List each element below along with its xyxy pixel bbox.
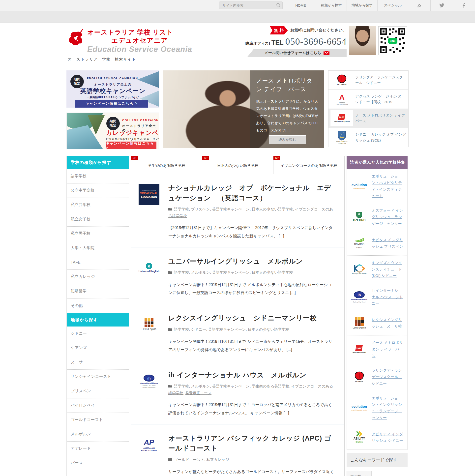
featured-school-link[interactable]: レクシスイングリッシュ ヌーサ校	[372, 317, 405, 330]
featured-school-item[interactable]: ihInternational HouseSydney City, Bondii…	[347, 283, 407, 311]
article-title-link[interactable]: レクシスイングリッシュ シドニーマンリー校	[168, 313, 335, 323]
sidebar-item[interactable]: パース	[67, 456, 129, 470]
sidebar-item[interactable]: 語学学校	[67, 169, 129, 183]
top-nav-item-3[interactable]: スペシャル	[377, 0, 408, 11]
slider-nav-list: LA LINGUAラリングア・ランゲージスクール シドニーAACCESSLANG…	[328, 70, 409, 147]
featured-school-link[interactable]: エボリューション・ホスピタリティ・インスティテュート	[372, 173, 405, 199]
sidebar-item[interactable]: メルボルン	[67, 427, 129, 442]
featured-school-item[interactable]: evolutionenglish language centreエボリューション…	[347, 391, 407, 425]
tab-0[interactable]: SP学生寮のある語学学校	[131, 156, 202, 174]
article-title-link[interactable]: オーストラリアン パシフィック カレッジ (APC) ゴールドコースト	[168, 433, 335, 453]
svg-text:TAFE: TAFE	[339, 116, 345, 119]
featured-school-link[interactable]: ナビタス イングリッシュ ブリスベン	[372, 237, 405, 250]
tab-label: 学生寮のある語学学校	[148, 163, 185, 168]
sidebar-item[interactable]: 私立共学校	[67, 198, 129, 212]
sidebar-item[interactable]: 大学・大学院	[67, 241, 129, 255]
slider-nav-item-3[interactable]: SYDNEY COLLEGEOF ENGLISHシドニー カレッジ オブ イング…	[328, 128, 408, 147]
sidebar-item[interactable]: 短期留学	[67, 284, 129, 298]
campaign-info-button[interactable]: キャンペーン情報はこちら >	[75, 100, 148, 108]
category-link[interactable]: 学生寮のある英語学校	[252, 384, 289, 388]
top-nav-item-1[interactable]: 種類から探す	[316, 0, 347, 11]
featured-school-link[interactable]: キングズオウンインスティチュート (KOI) シドニー	[372, 260, 405, 279]
category-link[interactable]: 日本人の少ない語学学校	[248, 327, 289, 331]
category-link[interactable]: 私立カレッジ	[206, 457, 229, 462]
featured-school-link[interactable]: エボリューション・イングリッシュ・ランゲージ・センター	[372, 395, 405, 421]
featured-school-item[interactable]: OZFORDオズフォード イングリッシュ ランゲージ センター	[347, 203, 407, 231]
article-title-link[interactable]: ih インターナショナル ハウス メルボルン	[168, 370, 335, 380]
category-link[interactable]: ゴールドコースト	[174, 457, 204, 462]
category-link[interactable]: 英語学校キャンペーン	[212, 384, 250, 388]
featured-school-link[interactable]: アビリティ イングリッシュ シドニー	[372, 431, 405, 444]
college-campaign-banner[interactable]: 期間限定 COLLEGE CAMPAIGN オーストラリア全土の カレッジキャン…	[66, 113, 159, 149]
featured-school-item[interactable]: Lexis Englishレクシスイングリッシュ ヌーサ校	[347, 311, 407, 335]
logo-text-line: LA LINGUA	[337, 84, 347, 86]
tab-1[interactable]: SP日本人の少ない語学学校	[202, 156, 273, 174]
featured-school-item[interactable]: navitasEnglishナビタス イングリッシュ ブリスベン	[347, 231, 407, 256]
category-link[interactable]: 語学学校	[174, 207, 189, 211]
sidebar-item[interactable]: キャンベラ	[67, 470, 129, 476]
category-link[interactable]: ブリスベン	[191, 207, 210, 211]
slider-nav-item-2[interactable]: TAFENorth Metropolitanノース メトロポリタン テイフ パー…	[328, 109, 408, 128]
sidebar-item[interactable]: ブリスベン	[67, 384, 129, 398]
top-nav-item-2[interactable]: 地域から探す	[347, 0, 377, 11]
english-school-campaign-banner[interactable]: 期間限定 ENGLISH SCHOOL CAMPAIGN オーストラリア全土の …	[66, 70, 159, 108]
category-link[interactable]: メルボルン	[191, 270, 210, 274]
category-link[interactable]: 語学学校	[174, 327, 189, 331]
sidebar-item[interactable]: ケアンズ	[67, 341, 129, 355]
slider-nav-item-1[interactable]: AACCESSLANGUAGE CENTREアクセス ランゲージ センター シド…	[328, 90, 408, 109]
lexis-english-logo: Lexis English	[139, 314, 159, 335]
featured-school-link[interactable]: ラリングア・ランゲージスクール シドニー	[372, 367, 405, 387]
featured-school-item[interactable]: TAFENorth Metropolitanノース メトロポリタン テイフ パー…	[347, 335, 407, 363]
campaign-info-button[interactable]: キャンペーン情報はこちら >	[106, 142, 156, 149]
featured-school-item[interactable]: evolutionhospitality instituteエボリューション・ホ…	[347, 169, 407, 203]
category-link[interactable]: 語学学校	[174, 384, 189, 388]
sidebar-item[interactable]: 公立中学高校	[67, 183, 129, 198]
slider-nav-item-0[interactable]: LA LINGUAラリングア・ランゲージスクール シドニー	[328, 71, 408, 90]
tab-2[interactable]: SPイブニングコースのある語学学校	[273, 156, 344, 174]
sidebar-item[interactable]: サンシャインコースト	[67, 370, 129, 384]
article-title-link[interactable]: ユニバーサルイングリッシュ メルボルン	[168, 256, 335, 267]
rss-icon[interactable]	[408, 0, 430, 11]
sidebar-item[interactable]: 私立女子校	[67, 212, 129, 227]
sidebar-item[interactable]: ゴールドコースト	[67, 413, 129, 427]
site-logo[interactable]: オーストラリア 学校 リスト エデュオセアニア Education Servic…	[68, 28, 192, 54]
featured-school-link[interactable]: ih インターナショナル ハウス シドニー	[372, 287, 405, 307]
sidebar-item[interactable]: シドニー	[67, 327, 129, 341]
search-icon[interactable]	[276, 3, 281, 8]
mail-contact-button[interactable]: メール問い合せフォームはこちら	[247, 49, 347, 57]
category-link[interactable]: 発音矯正コース	[185, 391, 211, 395]
category-link[interactable]: メルボルン	[191, 384, 210, 388]
featured-school-link[interactable]: オズフォード イングリッシュ ランゲージ センター	[372, 207, 405, 227]
sidebar-item[interactable]: 私立カレッジ	[67, 270, 129, 284]
read-more-button[interactable]: 続きを読む	[269, 135, 306, 144]
top-nav: HOME種類から探す地域から探すスペシャル	[285, 0, 408, 11]
article-item: ihInternational HouseSydney City | Bondi…	[131, 361, 344, 424]
category-link[interactable]: シドニー	[191, 327, 206, 331]
search-input[interactable]	[219, 1, 283, 9]
category-link[interactable]: 日本人の少ない語学学校	[252, 270, 293, 274]
category-link[interactable]: 英語学校キャンペーン	[208, 327, 246, 331]
category-link[interactable]: 語学学校	[174, 270, 189, 274]
category-link[interactable]: 日本人の少ない語学学校	[252, 207, 293, 211]
featured-school-link[interactable]: ノース メトロポリタン テイフ パース	[372, 339, 405, 359]
featured-school-item[interactable]: ABILITYEnglishアビリティ イングリッシュ シドニー	[347, 425, 407, 449]
featured-school-item[interactable]: KOI King's Own Instituteキングズオウンインスティチュート…	[347, 256, 407, 283]
category-link[interactable]: 英語学校キャンペーン	[212, 270, 250, 274]
staff-photo	[349, 26, 376, 55]
sidebar-item[interactable]: アデレード	[67, 442, 129, 456]
logo-text-line: English	[356, 441, 363, 443]
facebook-icon[interactable]	[453, 0, 475, 11]
top-nav-item-0[interactable]: HOME	[285, 0, 316, 11]
sidebar-item[interactable]: TAFE	[67, 255, 129, 270]
svg-text:TAFE: TAFE	[356, 347, 362, 350]
featured-school-item[interactable]: LA LINGUAラリングア・ランゲージスクール シドニー	[347, 363, 407, 391]
article-title-link[interactable]: ナショナルカレッジ オブ ボケーショナル エデュケーション （英語コース）	[168, 183, 335, 203]
keyword-tag[interactable]: マッサージ	[347, 471, 372, 476]
category-link[interactable]: 英語学校キャンペーン	[212, 207, 250, 211]
sidebar-item[interactable]: ヌーサ	[67, 355, 129, 370]
sidebar-item[interactable]: 私立男子校	[67, 227, 129, 241]
sidebar-item[interactable]: バイロンベイ	[67, 398, 129, 413]
twitter-icon[interactable]	[430, 0, 453, 11]
sidebar-item[interactable]: その他	[67, 298, 129, 313]
logo-text-line: Sydney City | Bondi	[143, 385, 155, 387]
